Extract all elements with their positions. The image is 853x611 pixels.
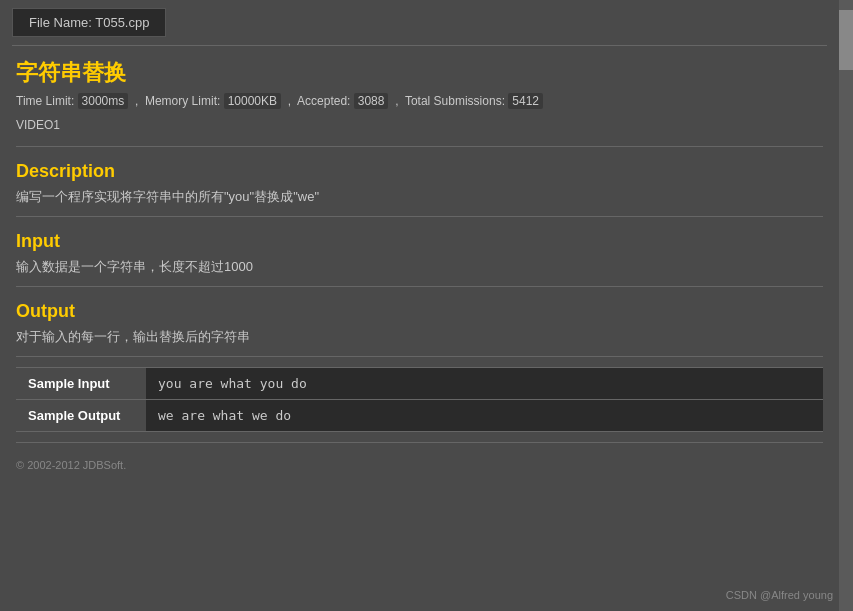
description-title: Description (16, 161, 823, 182)
bottom-divider (16, 442, 823, 443)
content-area: 字符串替换 Time Limit: 3000ms , Memory Limit:… (0, 58, 839, 477)
time-limit-value: 3000ms (78, 93, 129, 109)
section-divider-1 (16, 146, 823, 147)
output-text: 对于输入的每一行，输出替换后的字符串 (16, 328, 823, 346)
memory-limit-value: 10000KB (224, 93, 281, 109)
time-limit-label: Time Limit: (16, 94, 74, 108)
video-label: VIDEO1 (16, 118, 823, 132)
sample-input-value: you are what you do (146, 368, 823, 400)
top-divider (12, 45, 827, 46)
sample-output-row: Sample Output we are what we do (16, 400, 823, 432)
total-submissions-value: 5412 (508, 93, 543, 109)
file-tab: File Name: T055.cpp (12, 8, 166, 37)
sample-table: Sample Input you are what you do Sample … (16, 367, 823, 432)
input-text: 输入数据是一个字符串，长度不超过1000 (16, 258, 823, 276)
sample-output-value: we are what we do (146, 400, 823, 432)
description-text: 编写一个程序实现将字符串中的所有"you"替换成"we" (16, 188, 823, 206)
memory-limit-label: Memory Limit: (145, 94, 220, 108)
output-title: Output (16, 301, 823, 322)
problem-meta: Time Limit: 3000ms , Memory Limit: 10000… (16, 94, 823, 108)
section-divider-4 (16, 356, 823, 357)
sample-output-label: Sample Output (16, 400, 146, 432)
input-title: Input (16, 231, 823, 252)
accepted-value: 3088 (354, 93, 389, 109)
section-divider-3 (16, 286, 823, 287)
watermark: CSDN @Alfred young (726, 589, 833, 601)
sample-input-row: Sample Input you are what you do (16, 368, 823, 400)
problem-title: 字符串替换 (16, 58, 823, 88)
sample-input-label: Sample Input (16, 368, 146, 400)
scrollbar[interactable] (839, 0, 853, 611)
accepted-label: Accepted: (297, 94, 350, 108)
section-divider-2 (16, 216, 823, 217)
main-content: File Name: T055.cpp 字符串替换 Time Limit: 30… (0, 0, 839, 477)
footer: © 2002-2012 JDBSoft. (16, 453, 823, 477)
total-submissions-label: Total Submissions: (405, 94, 505, 108)
scrollbar-thumb[interactable] (839, 10, 853, 70)
